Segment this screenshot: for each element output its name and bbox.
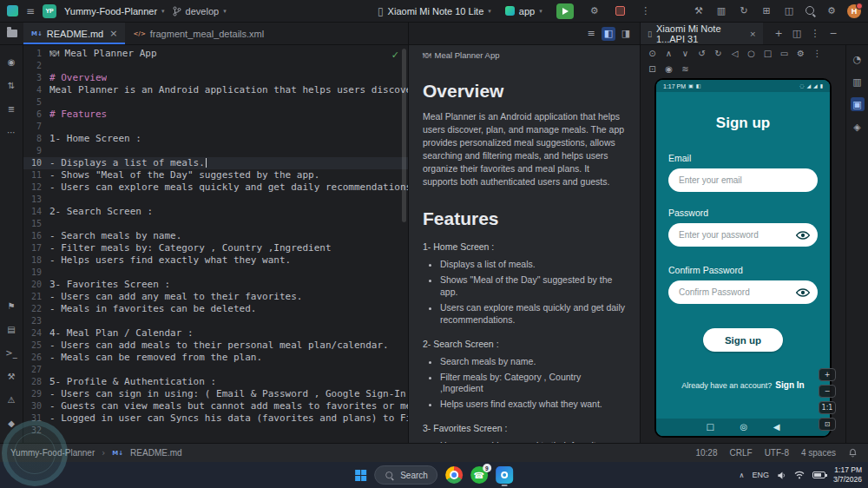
editor-line[interactable]: 2 [23,60,408,72]
more-icon[interactable]: ⋮ [811,47,824,60]
battery-icon[interactable] [812,472,825,478]
editor-line[interactable]: 18- Helps users find exactly what they w… [23,254,408,267]
notifications-icon[interactable]: ◔ [851,52,865,66]
zoom-reset-icon[interactable]: 1:1 [819,401,836,414]
wifi-icon[interactable]: ◢ [806,83,811,89]
editor-line[interactable]: 29- Users can sign in using: ( Email & P… [23,388,408,400]
gradle-sync-icon[interactable]: ↻ [737,4,751,18]
editor-line[interactable]: 21- Users can add any meal to their favo… [23,291,408,303]
wifi-icon[interactable] [794,471,805,479]
fold-icon[interactable]: ▭ [778,47,791,60]
tab-running-device[interactable]: ▯ Xiaomi Mi Note 1...API 31 × [641,23,763,44]
more-options-icon[interactable]: ⋮ [808,27,822,41]
line-separator-widget[interactable]: CRLF [730,448,753,458]
volume-icon[interactable] [777,471,786,480]
toggle-password-visibility-icon[interactable] [796,230,810,240]
stop-button[interactable] [615,6,625,16]
version-control-icon[interactable]: ◆ [4,417,18,431]
sign-in-link[interactable]: Sign In [775,380,804,390]
run-settings-icon[interactable]: ⚙ [588,4,602,18]
volume-up-icon[interactable]: ∧ [662,47,675,60]
editor-line[interactable]: 9 [23,145,408,157]
battery-icon[interactable]: ▮ [820,83,823,89]
editor-line[interactable]: 81- Home Screen : [23,133,408,145]
language-indicator[interactable]: ENG [752,471,769,479]
editor-line[interactable]: 3# Overview [23,72,408,84]
layout-inspector-icon[interactable]: ◫ [782,4,796,18]
breadcrumb-project[interactable]: Yummy-Food-Planner [10,448,95,458]
todo-icon[interactable]: ⚑ [4,300,18,313]
commit-icon[interactable]: ◉ [4,56,18,69]
settings-icon[interactable]: ⚙ [825,4,838,18]
notification-icon[interactable]: ▣ [688,83,694,89]
editor-line[interactable]: 285- Profile & Authentication : [23,376,408,388]
zoom-fit-icon[interactable]: ⊡ [819,418,836,431]
home-icon[interactable]: ◎ [740,423,747,432]
device-mirror[interactable]: 1:17 PM ▣◧ ◌◢◢▮ Sign up Email Password [654,78,832,438]
editor-line[interactable]: 244- Meal Plan / Calendar : [23,327,408,340]
project-tool-window-icon[interactable] [7,30,17,37]
overview-icon[interactable]: □ [761,47,774,60]
editor-line[interactable]: 5 [23,96,408,109]
taskbar-chrome[interactable] [445,462,463,488]
run-config-selector[interactable]: app ▾ [505,6,542,16]
device-explorer-icon[interactable]: ▤ [4,323,18,337]
back-icon[interactable]: ◀ [773,423,780,432]
taskbar-clock[interactable]: 1:17 PM 3/7/2026 [833,465,862,484]
caret-position[interactable]: 10:28 [695,448,717,458]
terminal-icon[interactable]: >_ [4,346,18,360]
taskbar-android-studio[interactable] [496,462,513,488]
sdk-manager-icon[interactable]: ⊞ [760,4,773,18]
editor-line[interactable]: 17- Filter meals by: Category , Country … [23,242,408,254]
hide-panel-icon[interactable]: ─ [826,27,840,41]
taskbar-whatsapp[interactable]: ☎ 9 [470,462,488,488]
assistant-icon[interactable]: ◈ [851,120,865,134]
editor-line[interactable]: 27 [23,364,408,376]
editor-line[interactable]: 26- Meals can be removed from the plan. [23,352,408,364]
editor-line[interactable]: 1🍽 Meal Planner App [23,48,408,60]
pull-requests-icon[interactable]: ⇅ [4,79,18,93]
structure-icon[interactable]: ≣ [4,102,18,116]
toc-icon[interactable]: ≡ [584,27,598,41]
editor-line[interactable]: 4Meal Planner is an Android application … [23,84,408,96]
more-tool-windows-icon[interactable]: ⋯ [4,126,18,140]
indent-widget[interactable]: 4 spaces [801,448,836,458]
close-tab-icon[interactable]: × [749,30,756,38]
editor-and-preview-icon[interactable]: ◧ [602,27,615,41]
email-input[interactable] [668,168,818,192]
screen-record-icon[interactable]: ◉ [662,63,675,76]
editor-line[interactable]: 142- Search Screen : [23,206,408,218]
rotate-left-icon[interactable]: ↺ [695,47,708,60]
editor-line[interactable]: 16- Search meals by name. [23,230,408,242]
editor-line[interactable]: 11- Shows "Meal of the Day" suggested by… [23,169,408,181]
run-button[interactable] [556,3,574,19]
notifications-icon[interactable] [848,448,858,458]
volume-down-icon[interactable]: ∨ [679,47,692,60]
editor-line[interactable]: 23 [23,315,408,327]
editor-line[interactable]: 22- Meals in favorites can be deleted. [23,303,408,315]
device-selector[interactable]: ▯ Xiaomi Mi Note 10 Lite ▾ [378,5,491,17]
split-panel-icon[interactable]: ◫ [790,27,804,41]
zoom-in-icon[interactable]: + [819,368,836,381]
editor-line[interactable]: 32 [23,425,408,437]
editor-line[interactable]: 25- Users can add meals to their persona… [23,340,408,352]
editor-line[interactable]: 12- Users can explore meals quickly and … [23,181,408,194]
editor-line[interactable]: 19 [23,267,408,279]
recents-icon[interactable]: □ [707,423,714,432]
encoding-widget[interactable]: UTF-8 [765,448,789,458]
screenshot-icon[interactable]: ⊡ [646,63,659,76]
tab-readme[interactable]: M↓ README.md × [23,23,125,44]
device-settings-icon[interactable]: ⚙ [794,47,807,60]
breadcrumb-file[interactable]: README.md [130,448,181,458]
user-avatar[interactable]: H [847,4,861,18]
editor-line[interactable]: 15 [23,218,408,230]
start-button[interactable] [355,470,366,481]
notification-icon-2[interactable]: ◧ [696,83,701,89]
taskbar-search[interactable]: Search [374,465,437,485]
editor-line[interactable]: 10- Displays a list of meals. [23,157,408,169]
tray-chevron-icon[interactable]: ∧ [740,472,745,479]
add-device-icon[interactable]: + [772,27,786,41]
editor-scrollbar[interactable] [402,49,406,222]
inspection-ok-icon[interactable]: ✓ [391,49,399,61]
project-selector[interactable]: Yummy-Food-Planner ▾ [64,6,165,16]
